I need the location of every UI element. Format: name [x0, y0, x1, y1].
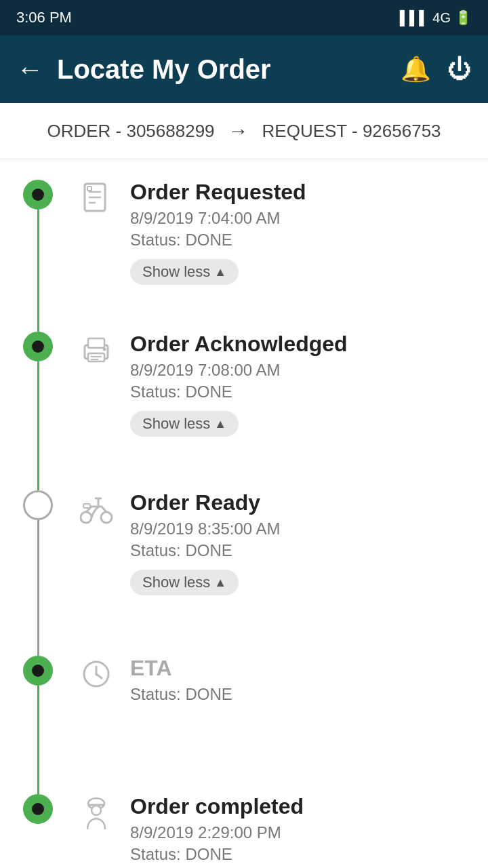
printer-icon: [76, 333, 117, 374]
timeline: Order Requested 8/9/2019 7:04:00 AM Stat…: [0, 159, 488, 868]
timeline-row-5: Order completed 8/9/2019 2:29:00 PM Stat…: [76, 794, 468, 868]
signal-icon: ▌▌▌: [400, 10, 429, 26]
timeline-dot-5: [23, 794, 53, 824]
timeline-left-5: [14, 794, 62, 824]
status-right: ▌▌▌ 4G 🔋: [400, 9, 472, 26]
timeline-row-2: Order Acknowledged 8/9/2019 7:08:00 AM S…: [76, 332, 468, 437]
timeline-row-4: ETA Status: DONE: [76, 656, 468, 711]
timeline-line-4: [37, 686, 39, 794]
svg-point-11: [81, 512, 92, 523]
step-title-4: ETA: [130, 656, 468, 681]
document-icon: [76, 181, 117, 222]
step-status-1: Status: DONE: [130, 231, 468, 250]
step-time-1: 8/9/2019 7:04:00 AM: [130, 209, 468, 228]
step-status-5: Status: DONE: [130, 845, 468, 864]
svg-rect-6: [88, 338, 104, 348]
battery-icon: 🔋: [455, 9, 472, 26]
timeline-dot-1: [23, 180, 53, 210]
step-details-1: Order Requested 8/9/2019 7:04:00 AM Stat…: [130, 180, 468, 285]
step-time-2: 8/9/2019 7:08:00 AM: [130, 361, 468, 380]
step-details-2: Order Acknowledged 8/9/2019 7:08:00 AM S…: [130, 332, 468, 437]
step-title-5: Order completed: [130, 794, 468, 819]
svg-point-10: [103, 348, 106, 351]
header: ← Locate My Order 🔔 ⏻: [0, 35, 488, 103]
timeline-content-1: Order Requested 8/9/2019 7:04:00 AM Stat…: [62, 180, 468, 312]
timeline-dot-inner-1: [32, 189, 44, 201]
network-type: 4G: [432, 10, 451, 26]
timeline-content-4: ETA Status: DONE: [62, 656, 468, 738]
timeline-dot-inner-5: [32, 803, 44, 815]
timeline-row-3: Order Ready 8/9/2019 8:35:00 AM Status: …: [76, 490, 468, 595]
svg-rect-4: [87, 186, 92, 191]
timeline-item-order-acknowledged: Order Acknowledged 8/9/2019 7:08:00 AM S…: [14, 332, 468, 490]
timeline-item-order-requested: Order Requested 8/9/2019 7:04:00 AM Stat…: [14, 180, 468, 332]
notification-bell-icon[interactable]: 🔔: [401, 55, 431, 83]
chevron-up-icon-2: ▲: [214, 417, 226, 431]
step-title-2: Order Acknowledged: [130, 332, 468, 357]
step-status-3: Status: DONE: [130, 541, 468, 560]
timeline-content-3: Order Ready 8/9/2019 8:35:00 AM Status: …: [62, 490, 468, 623]
show-less-button-1[interactable]: Show less ▲: [130, 259, 239, 285]
timeline-dot-inner-2: [32, 340, 44, 353]
timeline-dot-2: [23, 332, 53, 361]
back-button[interactable]: ←: [16, 54, 43, 85]
timeline-row-1: Order Requested 8/9/2019 7:04:00 AM Stat…: [76, 180, 468, 285]
timeline-left-3: [14, 490, 62, 656]
svg-point-12: [101, 512, 112, 523]
svg-rect-15: [83, 504, 90, 508]
step-title-1: Order Requested: [130, 180, 468, 205]
show-less-label-3: Show less: [142, 574, 210, 591]
timeline-content-5: Order completed 8/9/2019 2:29:00 PM Stat…: [62, 794, 468, 868]
timeline-item-eta: ETA Status: DONE: [14, 656, 468, 794]
order-number: ORDER - 305688299: [47, 121, 214, 142]
step-details-3: Order Ready 8/9/2019 8:35:00 AM Status: …: [130, 490, 468, 595]
timeline-left-1: [14, 180, 62, 332]
step-details-5: Order completed 8/9/2019 2:29:00 PM Stat…: [130, 794, 468, 868]
status-time: 3:06 PM: [16, 9, 72, 26]
svg-point-21: [92, 806, 101, 815]
show-less-label-1: Show less: [142, 263, 210, 281]
header-icons: 🔔 ⏻: [401, 55, 472, 83]
timeline-item-order-completed: Order completed 8/9/2019 2:29:00 PM Stat…: [14, 794, 468, 868]
show-less-button-3[interactable]: Show less ▲: [130, 570, 239, 595]
timeline-dot-inner-4: [32, 665, 44, 677]
arrow-icon: →: [228, 119, 249, 142]
timeline-left-4: [14, 656, 62, 794]
timeline-dot-3: [23, 490, 53, 520]
chevron-up-icon-1: ▲: [214, 265, 226, 279]
show-less-button-2[interactable]: Show less ▲: [130, 411, 239, 437]
timeline-line-1: [37, 210, 39, 332]
timeline-left-2: [14, 332, 62, 490]
worker-icon: [76, 795, 117, 839]
status-bar: 3:06 PM ▌▌▌ 4G 🔋: [0, 0, 488, 35]
chevron-up-icon-3: ▲: [214, 576, 226, 590]
page-title: Locate My Order: [57, 54, 401, 85]
step-details-4: ETA Status: DONE: [130, 656, 468, 711]
step-status-4: Status: DONE: [130, 685, 468, 704]
step-time-5: 8/9/2019 2:29:00 PM: [130, 823, 468, 842]
step-status-2: Status: DONE: [130, 382, 468, 401]
timeline-line-3: [37, 520, 39, 656]
step-title-3: Order Ready: [130, 490, 468, 515]
show-less-label-2: Show less: [142, 415, 210, 433]
timeline-dot-4: [23, 656, 53, 686]
timeline-line-2: [37, 361, 39, 490]
power-icon[interactable]: ⏻: [447, 55, 472, 83]
timeline-content-2: Order Acknowledged 8/9/2019 7:08:00 AM S…: [62, 332, 468, 464]
scooter-icon: [76, 492, 117, 532]
step-time-3: 8/9/2019 8:35:00 AM: [130, 519, 468, 538]
timeline-item-order-ready: Order Ready 8/9/2019 8:35:00 AM Status: …: [14, 490, 468, 656]
request-number: REQUEST - 92656753: [262, 121, 441, 142]
order-bar: ORDER - 305688299 → REQUEST - 92656753: [0, 103, 488, 159]
clock-icon: [76, 657, 117, 698]
